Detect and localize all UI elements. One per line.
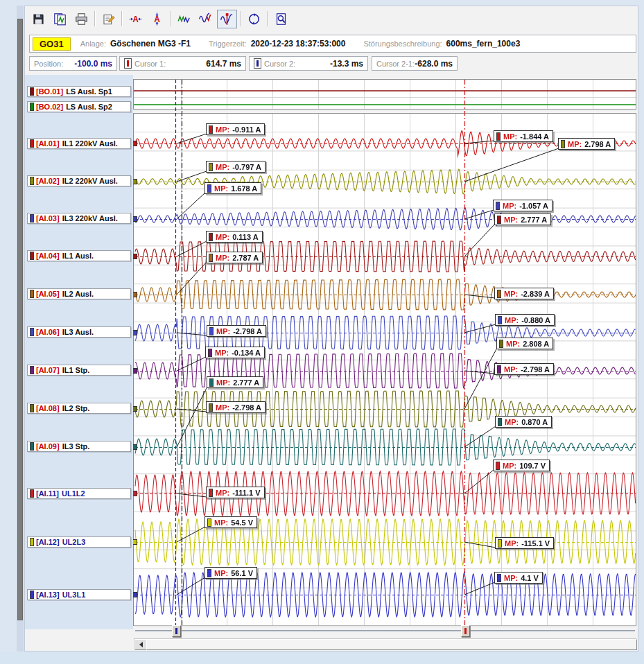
toolbar-divider (240, 11, 241, 26)
cursor-measure-icon (220, 12, 234, 26)
channel-label-ai04[interactable]: [AI.04]IL1 Ausl. (27, 250, 131, 261)
mp-label-ai07-c1[interactable]: MP:-2.798 A (494, 363, 554, 375)
mp-label-ai01-c2[interactable]: MP:-0.911 A (206, 123, 265, 135)
mp-prefix: MP: (216, 403, 229, 412)
toolbar-divider (94, 11, 96, 26)
mp-channel-icon (496, 132, 501, 141)
synchronize-views-button[interactable] (244, 10, 264, 28)
mp-label-ai11-c2[interactable]: MP:-111.1 V (206, 487, 265, 498)
mp-value: 1.678 A (231, 184, 257, 193)
channel-id: [AI.06] (36, 328, 60, 336)
mp-channel-icon (207, 569, 211, 577)
mp-label-ai08-c1[interactable]: MP:2.808 A (496, 338, 553, 349)
mp-label-ai09-c1[interactable]: MP:0.870 A (495, 416, 552, 428)
channel-label-bo01[interactable]: [BO.01]LS Ausl. Sp1 (27, 86, 131, 97)
channel-label-ai05[interactable]: [AI.05]IL2 Ausl. (27, 288, 131, 299)
channel-id: [AI.08] (36, 404, 60, 412)
channel-label-ai11[interactable]: [AI.11]UL1L2 (27, 488, 131, 499)
properties-button[interactable] (98, 10, 119, 28)
print-button[interactable] (71, 10, 92, 28)
horizontal-scrollbar[interactable] (134, 638, 636, 649)
channel-label-ai01[interactable]: [AI.01]IL1 220kV Ausl. (27, 138, 131, 149)
channel-id: [AI.04] (36, 252, 60, 260)
channel-label-ai13[interactable]: [AI.13]UL3L1 (27, 589, 131, 600)
channel-label-ai09[interactable]: [AI.09]IL3 Stp. (27, 441, 131, 452)
position-value: -100.0 ms (74, 59, 112, 69)
mp-value: 2.777 A (521, 216, 547, 224)
mp-label-ai08-c2[interactable]: MP:-2.798 A (206, 401, 266, 413)
mp-value: 0.870 A (521, 418, 548, 426)
mp-label-ai09-c2[interactable]: MP:2.777 A (207, 376, 263, 388)
mp-label-ai05-c2[interactable]: MP:2.787 A (206, 252, 263, 263)
mp-prefix: MP: (503, 132, 517, 141)
mp-label-ai06-c2[interactable]: MP:-2.798 A (207, 325, 266, 337)
cursor2-handle[interactable] (172, 625, 181, 637)
mp-label-ai12-c2[interactable]: MP:54.5 V (204, 516, 257, 528)
scale-amplitude-vertical-button[interactable]: A (147, 10, 167, 28)
channel-id: [BO.01] (36, 87, 63, 96)
mp-prefix: MP: (214, 518, 228, 527)
mp-prefix: MP: (216, 378, 230, 387)
mp-label-ai03-c2[interactable]: MP:1.678 A (204, 182, 261, 194)
mp-value: 0.113 A (232, 233, 259, 241)
toolbar-divider (170, 11, 171, 26)
mp-label-ai11-c1[interactable]: MP:109.7 V (493, 460, 550, 471)
mp-value: -1.057 A (519, 202, 548, 210)
scroll-left-button[interactable] (134, 639, 147, 650)
mp-value: 54.5 V (231, 518, 253, 527)
channel-name: IL2 Stp. (62, 404, 90, 412)
mp-prefix: MP: (216, 489, 229, 497)
mp-label-ai05-c1[interactable]: MP:-2.839 A (494, 288, 554, 299)
channel-label-ai02[interactable]: [AI.02]IL2 220kV Ausl. (27, 175, 131, 186)
mp-label-ai03-c1[interactable]: MP:-1.057 A (493, 200, 552, 211)
position-label: Position: (34, 60, 63, 68)
mp-value: -1.844 A (520, 132, 549, 141)
record-id-badge: GO31 (33, 37, 71, 51)
cursor1-handle[interactable] (461, 625, 470, 637)
export-record-button[interactable] (50, 10, 70, 28)
signal-curve-icon (199, 12, 212, 26)
mp-label-ai01-c1[interactable]: MP:-1.844 A (494, 130, 553, 142)
channel-name: UL3L1 (62, 591, 86, 599)
properties-icon (102, 12, 115, 26)
mp-label-ai02-c2[interactable]: MP:-0.797 A (206, 161, 266, 173)
channel-label-bo02[interactable]: [BO.02]LS Ausl. Sp2 (27, 101, 131, 112)
channel-label-ai07[interactable]: [AI.07]IL1 Stp. (27, 365, 131, 376)
left-scrollbar-thumb[interactable] (17, 19, 23, 620)
channel-color-icon (30, 442, 34, 451)
mp-label-ai13-c1[interactable]: MP:4.1 V (494, 572, 543, 584)
cursor1-icon (124, 58, 132, 69)
mp-channel-icon (207, 184, 211, 193)
mp-prefix: MP: (506, 340, 520, 348)
mp-label-ai06-c1[interactable]: MP:-0.880 A (495, 314, 555, 326)
mp-label-ai13-c2[interactable]: MP:56.1 V (204, 567, 257, 579)
channel-color-icon (30, 139, 34, 148)
channel-id: [AI.01] (36, 139, 60, 148)
channel-name: IL2 Ausl. (62, 290, 94, 298)
channel-color-icon (30, 214, 34, 222)
channel-label-ai12[interactable]: [AI.12]UL2L3 (27, 536, 131, 548)
zoom-page-button[interactable] (271, 10, 291, 28)
save-button[interactable] (28, 10, 49, 28)
channel-label-ai03[interactable]: [AI.03]IL3 220kV Ausl. (27, 213, 131, 224)
mp-label-ai04-c2[interactable]: MP:0.113 A (206, 231, 263, 243)
signal-curve-button[interactable] (195, 10, 216, 28)
mp-label-ai02-c1[interactable]: MP:2.798 A (558, 138, 615, 150)
mp-value: 56.1 V (231, 569, 253, 577)
channel-label-ai06[interactable]: [AI.06]IL3 Ausl. (27, 326, 131, 338)
scale-amplitude-horizontal-button[interactable]: A (125, 10, 146, 28)
mp-label-ai04-c1[interactable]: MP:2.777 A (494, 213, 551, 225)
app-window: AA GO31 Anlage: Göschenen MG3 -F1 Trigge… (0, 0, 644, 664)
mp-label-ai12-c1[interactable]: MP:-115.1 V (495, 537, 554, 549)
horizontal-scrollbar-thumb[interactable] (146, 639, 637, 650)
mp-channel-icon (209, 163, 213, 171)
channel-id: [BO.02] (36, 103, 63, 111)
channel-label-ai08[interactable]: [AI.08]IL2 Stp. (27, 403, 131, 414)
mp-prefix: MP: (214, 569, 228, 577)
mp-prefix: MP: (503, 202, 516, 210)
mp-label-ai07-c2[interactable]: MP:-0.134 A (205, 347, 265, 358)
svg-text:A: A (132, 14, 139, 24)
signal-overview-button[interactable] (174, 10, 194, 28)
cursor-measure-button[interactable] (217, 10, 237, 28)
channel-name: IL3 Ausl. (62, 328, 94, 336)
